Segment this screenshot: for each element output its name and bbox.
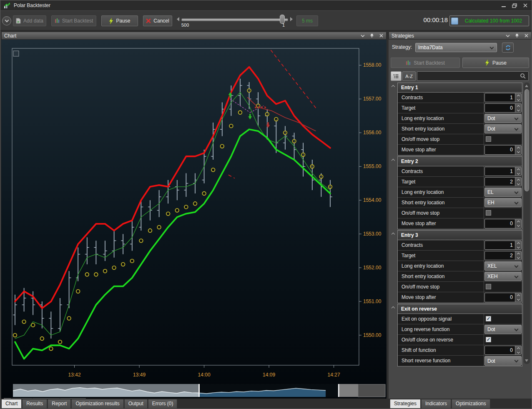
chart-dropdown-button[interactable]	[360, 33, 365, 38]
property-group-header[interactable]: Entry 2	[397, 156, 522, 166]
chart-close-button[interactable]	[379, 33, 384, 38]
dropdown-value: Dot	[485, 326, 515, 332]
add-data-button[interactable]: Add data	[13, 15, 46, 26]
spinner-up-button[interactable]	[515, 241, 521, 245]
spinner-down-button[interactable]	[515, 224, 521, 228]
numeric-spinner[interactable]: 0	[484, 103, 522, 113]
numeric-spinner[interactable]: 2	[484, 177, 522, 186]
navigator-left-handle[interactable]	[198, 384, 200, 397]
scrollbar-down-arrow[interactable]	[525, 359, 528, 362]
spinner-down-button[interactable]	[515, 108, 521, 112]
property-group-header[interactable]: Entry 1	[397, 83, 522, 92]
checkbox[interactable]	[486, 284, 491, 289]
property-group-header[interactable]: Entry 3	[397, 230, 522, 240]
chart-h-scrollbar[interactable]	[2, 398, 385, 399]
tab-results[interactable]: Results	[22, 399, 47, 409]
panel-start-backtest-button[interactable]: Start Backtest	[391, 58, 460, 68]
numeric-spinner[interactable]: 1	[484, 241, 522, 250]
cancel-button[interactable]: Cancel	[143, 15, 172, 26]
chart-option-checkbox[interactable]	[13, 51, 19, 56]
collapse-chevron-icon[interactable]	[392, 85, 395, 88]
collapse-chevron-icon[interactable]	[392, 307, 395, 310]
strategies-close-button[interactable]	[524, 33, 529, 38]
slider-left-arrow[interactable]	[177, 17, 179, 21]
spinner-up-button[interactable]	[515, 146, 521, 150]
numeric-spinner[interactable]: 0	[484, 219, 522, 228]
strategy-select-value: Imba7Data	[416, 45, 490, 50]
chart-pin-button[interactable]	[369, 33, 374, 38]
checkbox[interactable]	[486, 210, 491, 216]
close-button[interactable]	[521, 2, 530, 9]
dropdown-value: EH	[485, 200, 515, 206]
search-input[interactable]	[417, 73, 520, 79]
tool-tab-optimizations[interactable]: Optimizations	[452, 399, 490, 409]
panel-pause-button[interactable]: Pause	[462, 58, 529, 68]
checkbox[interactable]	[486, 136, 491, 142]
categorized-view-button[interactable]	[391, 71, 402, 81]
numeric-spinner[interactable]: 0	[484, 346, 522, 355]
spinner-up-button[interactable]	[515, 293, 521, 298]
collapse-chevron-icon[interactable]	[392, 159, 395, 162]
numeric-spinner[interactable]: 0	[484, 293, 522, 302]
pause-button[interactable]: Pause	[101, 15, 138, 26]
dropdown-select[interactable]: XEL	[484, 261, 522, 271]
chart-navigator[interactable]	[13, 384, 385, 397]
property-group-header[interactable]: Exit on reverse	[397, 304, 522, 314]
spinner-down-button[interactable]	[515, 298, 521, 302]
tool-tab-strategies[interactable]: Strategies	[390, 399, 421, 409]
tab-report[interactable]: Report	[48, 399, 71, 409]
dropdown-select[interactable]: Dot	[484, 325, 522, 334]
navigator-right-handle[interactable]	[338, 384, 339, 397]
dropdown-select[interactable]: EH	[484, 198, 522, 207]
spinner-up-button[interactable]	[515, 346, 521, 350]
toolbar-menu-button[interactable]	[2, 16, 11, 25]
tool-tab-indicators[interactable]: Indicators	[421, 399, 451, 409]
strategies-pin-button[interactable]	[514, 33, 519, 38]
minimize-button[interactable]	[499, 2, 508, 9]
start-backtest-button[interactable]: Start Backtest	[51, 15, 96, 26]
speed-slider-track[interactable]	[181, 18, 288, 21]
spinner-down-button[interactable]	[515, 182, 521, 186]
spinner-down-button[interactable]	[515, 256, 521, 260]
alphabetical-view-button[interactable]: A-Z	[402, 71, 416, 81]
property-label: Move stop after	[398, 145, 484, 155]
dropdown-select[interactable]: XEH	[484, 272, 522, 281]
tab-optimization-results[interactable]: Optimization results	[71, 399, 123, 409]
spinner-down-button[interactable]	[515, 98, 521, 102]
speed-button[interactable]: 5 ms	[296, 15, 318, 26]
start-backtest-label: Start Backtest	[62, 18, 93, 24]
dropdown-select[interactable]: Dot	[484, 124, 522, 133]
numeric-spinner[interactable]: 0	[484, 145, 522, 155]
spinner-up-button[interactable]	[515, 93, 521, 98]
checkbox[interactable]: ✓	[486, 337, 491, 342]
scrollbar-thumb[interactable]	[524, 89, 529, 191]
tab-errors-0-[interactable]: Errors (0)	[148, 399, 178, 409]
spinner-down-button[interactable]	[515, 171, 521, 176]
spinner-down-button[interactable]	[515, 150, 521, 155]
refresh-strategies-button[interactable]	[502, 43, 514, 53]
tab-output[interactable]: Output	[124, 399, 148, 409]
scrollbar-up-arrow[interactable]	[525, 85, 528, 87]
strategy-select[interactable]: Imba7Data	[415, 43, 497, 52]
numeric-spinner[interactable]: 1	[484, 167, 522, 176]
spinner-up-button[interactable]	[515, 219, 521, 224]
tab-chart[interactable]: Chart	[1, 399, 22, 409]
spinner-up-button[interactable]	[515, 167, 521, 171]
maximize-button[interactable]	[510, 2, 519, 9]
spinner-down-button[interactable]	[515, 350, 521, 354]
dropdown-select[interactable]: Dot	[484, 114, 522, 123]
numeric-spinner[interactable]: 2	[484, 251, 522, 260]
spinner-up-button[interactable]	[515, 104, 521, 108]
strategies-dropdown-button[interactable]	[505, 33, 510, 38]
slider-right-arrow[interactable]	[290, 17, 293, 21]
numeric-spinner[interactable]: 1	[484, 93, 522, 102]
spinner-up-button[interactable]	[515, 251, 521, 256]
property-grid-scrollbar[interactable]	[524, 83, 530, 364]
dropdown-select[interactable]: Dot	[484, 356, 522, 366]
spinner-up-button[interactable]	[515, 178, 521, 182]
collapse-chevron-icon[interactable]	[392, 233, 395, 236]
dropdown-select[interactable]: EL	[484, 188, 522, 197]
price-chart[interactable]: 1558.001557.001556.001555.001554.001553.…	[1, 40, 386, 399]
spinner-down-button[interactable]	[515, 245, 521, 249]
checkbox[interactable]: ✓	[486, 316, 491, 321]
